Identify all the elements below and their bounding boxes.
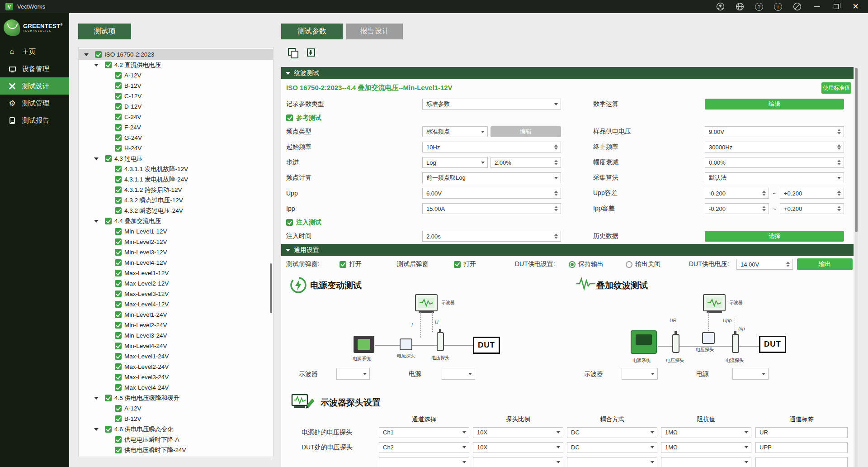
item-checkbox-checked[interactable] (115, 270, 122, 276)
amplitude-attenuation-spinner[interactable]: 0.00% (705, 157, 844, 168)
output-button[interactable]: 输出 (797, 258, 853, 270)
tree-item[interactable]: D-12V (79, 101, 273, 112)
history-select-button[interactable]: 选择 (705, 231, 844, 242)
item-checkbox-checked[interactable] (115, 280, 122, 287)
import-parameters-button[interactable] (304, 45, 318, 60)
reference-test-checkbox-checked[interactable] (286, 114, 293, 121)
item-checkbox-checked[interactable] (115, 228, 122, 235)
ratio-select[interactable] (473, 457, 563, 467)
scope-select[interactable] (622, 368, 658, 380)
item-checkbox-checked[interactable] (115, 72, 122, 79)
ratio-select[interactable]: 10X (473, 427, 563, 438)
item-checkbox-checked[interactable] (115, 145, 122, 152)
tree-item[interactable]: Max-Level4-12V (79, 299, 273, 310)
help-icon[interactable]: ? (755, 3, 763, 11)
power-select[interactable] (732, 368, 769, 380)
tree-item[interactable]: Max-Level2-12V (79, 278, 273, 289)
channel-tag-input[interactable]: UPP (755, 442, 848, 453)
expand-arrow-icon[interactable] (94, 397, 102, 400)
copy-parameters-button[interactable] (285, 45, 300, 60)
checkbox-checked[interactable] (340, 261, 346, 268)
math-edit-button[interactable]: 编辑 (705, 99, 844, 110)
item-checkbox-checked[interactable] (115, 197, 122, 204)
item-checkbox-checked[interactable] (105, 62, 112, 68)
tree-item[interactable]: Min-Level1-24V (79, 310, 273, 320)
item-checkbox-checked[interactable] (115, 301, 122, 308)
item-checkbox-checked[interactable] (115, 291, 122, 297)
tab-report-design[interactable]: 报告设计 (346, 24, 403, 39)
spinner-arrows-icon[interactable] (762, 191, 766, 196)
spinner-arrows-icon[interactable] (762, 206, 766, 211)
tree-item[interactable]: Max-Level1-12V (79, 268, 273, 278)
sidebar-item-test-design[interactable]: 测试设计 (0, 77, 69, 95)
item-checkbox-checked[interactable] (105, 395, 112, 401)
step-mode-select[interactable]: Log (422, 157, 488, 168)
channel-tag-input[interactable] (755, 457, 848, 467)
sidebar-item-home[interactable]: ⌂ 主页 (0, 43, 69, 60)
record-type-select[interactable]: 标准参数 (422, 99, 561, 110)
sample-supply-voltage-spinner[interactable]: 9.00V (705, 126, 844, 137)
radio-unselected-icon[interactable] (626, 261, 632, 268)
spinner-arrows-icon[interactable] (554, 234, 558, 239)
channel-select[interactable] (379, 457, 469, 467)
upp-tolerance-low-spinner[interactable]: -0.200 (705, 188, 769, 199)
item-checkbox-checked[interactable] (115, 249, 122, 256)
main-scrollbar-thumb[interactable] (855, 68, 858, 232)
user-icon[interactable] (716, 2, 725, 11)
item-checkbox-checked[interactable] (115, 311, 122, 318)
item-checkbox-checked[interactable] (115, 343, 122, 349)
tree-item[interactable]: G-24V (79, 133, 273, 143)
item-checkbox-checked[interactable] (115, 447, 122, 453)
tree-item[interactable]: 4.6 供电电压瞬态变化 (79, 424, 273, 434)
item-checkbox-checked[interactable] (115, 176, 122, 183)
item-checkbox-checked[interactable] (115, 353, 122, 360)
tree-item[interactable]: 供电电压瞬时下降-A (79, 434, 273, 445)
network-status-icon[interactable] (793, 2, 802, 11)
post-test-popup-toggle[interactable]: 打开 (454, 260, 476, 268)
tree-item[interactable]: Max-Level1-24V (79, 351, 273, 362)
item-checkbox-checked[interactable] (115, 238, 122, 245)
ipp-spinner[interactable]: 15.00A (422, 203, 561, 214)
ipp-tolerance-high-spinner[interactable]: +0.200 (780, 203, 844, 214)
tree-item[interactable]: H-24V (79, 143, 273, 153)
tree-item[interactable]: A-12V (79, 403, 273, 414)
spinner-arrows-icon[interactable] (554, 160, 558, 165)
item-checkbox-checked[interactable] (115, 415, 122, 422)
sidebar-item-device-management[interactable]: 设备管理 (0, 60, 69, 77)
item-checkbox-checked[interactable] (115, 436, 122, 443)
close-button[interactable]: ✕ (851, 2, 860, 11)
injection-time-spinner[interactable]: 2.00s (422, 231, 561, 242)
info-icon[interactable]: i (774, 3, 782, 11)
spinner-arrows-icon[interactable] (837, 144, 841, 150)
tree-item[interactable]: Max-Level2-24V (79, 362, 273, 372)
close-output-radio[interactable]: 输出关闭 (626, 260, 660, 268)
scope-select[interactable] (336, 368, 370, 380)
item-checkbox-checked[interactable] (115, 384, 122, 391)
item-checkbox-checked[interactable] (115, 186, 122, 193)
tree-item[interactable]: 4.3 过电压 (79, 153, 273, 164)
channel-select[interactable]: Ch1 (379, 427, 469, 438)
item-checkbox-checked[interactable] (105, 155, 112, 162)
section-header-general-settings[interactable]: 通用设置 (281, 244, 854, 256)
spinner-arrows-icon[interactable] (554, 144, 558, 150)
item-checkbox-checked[interactable] (115, 103, 122, 110)
expand-arrow-icon[interactable] (94, 157, 102, 160)
spinner-arrows-icon[interactable] (837, 206, 841, 211)
impedance-select[interactable] (661, 457, 751, 467)
tree-item[interactable]: 4.5 供电电压缓降和缓升 (79, 393, 273, 403)
tree-item[interactable]: Min-Level1-12V (79, 226, 273, 237)
use-standard-values-button[interactable]: 使用标准值 (821, 82, 851, 94)
tab-test-parameters[interactable]: 测试参数 (281, 24, 343, 39)
tree-item[interactable]: F-24V (79, 122, 273, 133)
tree-item[interactable]: 4.4 叠加交流电压 (79, 216, 273, 226)
tree-item[interactable]: Min-Level3-12V (79, 247, 273, 257)
minimize-button[interactable] (812, 2, 821, 11)
coupling-select[interactable] (567, 457, 657, 467)
step-value-spinner[interactable]: 2.00% (491, 157, 561, 168)
tree-item[interactable]: A-12V (79, 70, 273, 81)
tree-item[interactable]: E-24V (79, 112, 273, 122)
impedance-select[interactable]: 1MΩ (661, 427, 751, 438)
tree-item[interactable]: 4.3.1.1 发电机故障-24V (79, 174, 273, 185)
item-checkbox-checked[interactable] (115, 405, 122, 412)
item-checkbox-checked[interactable] (105, 218, 112, 224)
